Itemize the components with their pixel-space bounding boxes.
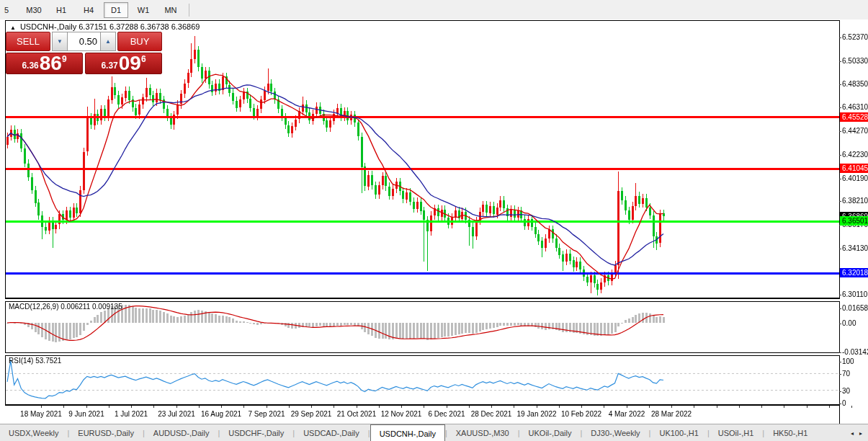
volume-decrease-icon[interactable]: ▼ [52, 32, 68, 51]
chart-collapse-icon[interactable]: ▲ [10, 24, 16, 31]
price-tick-mark [839, 61, 841, 62]
timeframe-button-mn[interactable]: MN [158, 2, 183, 18]
price-tick-label: 6.50330 [842, 57, 868, 66]
bid-price-sup: 9 [62, 54, 67, 64]
chart-ohlc-values: 6.37151 6.37288 6.36738 6.36869 [79, 22, 200, 31]
bid-price-prefix: 6.36 [22, 61, 38, 71]
timeframe-toolbar: 5M30H1H4D1W1MN [0, 0, 868, 20]
date-tick-mark [604, 406, 604, 408]
date-tick-mark [221, 406, 222, 408]
tab-audusd-daily[interactable]: AUDUSD-,Daily [145, 424, 218, 441]
tab-ukoil-daily[interactable]: UKOil-,Daily [520, 424, 581, 441]
date-tick-mark [447, 406, 447, 408]
price-tick-mark [839, 308, 841, 309]
chart-title: ▲USDCNH-,Daily 6.37151 6.37288 6.36738 6… [10, 22, 200, 31]
tab-usoil-h1[interactable]: USOil-,H1 [710, 424, 763, 441]
timeframe-button-d1[interactable]: D1 [104, 2, 128, 18]
rsi-indicator-label: RSI(14) 53.7521 [9, 357, 61, 365]
date-label: 21 Oct 2021 [337, 410, 376, 418]
date-tick-mark [289, 406, 290, 408]
price-tick-mark [839, 37, 841, 38]
price-tick-label: 6.48350 [842, 80, 868, 89]
price-tick-label: 6.46310 [842, 103, 868, 112]
price-tick-mark [839, 374, 841, 375]
date-label: 16 Aug 2021 [201, 410, 241, 418]
date-tick-mark [514, 406, 514, 408]
price-tick-mark [839, 107, 841, 108]
date-label: 4 Mar 2022 [609, 410, 645, 418]
date-tick-mark [581, 406, 582, 408]
toolbar-separator [189, 4, 189, 17]
price-tick-label: 6.44270 [842, 127, 868, 135]
macd-indicator-label: MACD(12,26,9) 0.006211 0.009135 [9, 303, 122, 311]
price-tick-label: 0.00 [842, 319, 856, 328]
date-label: 9 Jun 2021 [68, 410, 104, 418]
date-label: 6 Dec 2021 [428, 410, 465, 418]
buy-button[interactable]: BUY [117, 32, 162, 51]
timeframe-button-h4[interactable]: H4 [76, 2, 101, 18]
date-tick-mark [717, 406, 717, 408]
price-tick-label: 6.30110 [842, 290, 867, 299]
ask-price-prefix: 6.37 [101, 61, 117, 71]
date-tick-mark [851, 406, 852, 408]
price-tick-mark [839, 295, 841, 295]
tab-scroll-right-icon[interactable]: ▸ [856, 430, 865, 437]
date-label: 12 Nov 2021 [381, 410, 422, 418]
date-tick-mark [739, 406, 740, 408]
ask-price-big: 09 [119, 54, 141, 73]
date-tick-mark [469, 406, 470, 408]
date-axis: 18 May 20219 Jun 20211 Jul 202123 Jul 20… [5, 405, 840, 424]
bid-price-panel[interactable]: 6.36 86 9 [6, 53, 83, 74]
tab-usdx-weekly[interactable]: USDX,Weekly [0, 424, 67, 441]
tab-usdcad-daily[interactable]: USDCAD-,Daily [295, 424, 368, 441]
timeframe-button-h1[interactable]: H1 [49, 2, 73, 18]
price-tick-mark [839, 391, 841, 392]
sell-button[interactable]: SELL [6, 32, 50, 51]
tab-eurusd-daily[interactable]: EURUSD-,Daily [69, 424, 143, 441]
tab-uk100-h1[interactable]: UK100-,H1 [650, 424, 707, 441]
date-label: 18 May 2021 [20, 410, 62, 418]
price-tick-label: 6.52370 [842, 33, 868, 42]
timeframe-button-w1[interactable]: W1 [131, 2, 156, 18]
date-tick-mark [694, 406, 694, 408]
date-tick-mark [153, 406, 154, 408]
date-tick-mark [41, 406, 42, 408]
ask-price-sup: 6 [141, 54, 146, 64]
price-tick-mark [839, 249, 841, 249]
tab-usdcnh-daily[interactable]: USDCNH-,Daily [370, 424, 445, 441]
price-tick-label: 100 [842, 357, 854, 366]
date-tick-mark [401, 406, 402, 408]
timeframe-button-m30[interactable]: M30 [22, 2, 46, 18]
date-tick-mark [311, 406, 312, 408]
date-label: 28 Mar 2022 [651, 410, 692, 418]
volume-input[interactable] [68, 32, 100, 51]
price-tick-label: 6.34130 [842, 244, 868, 253]
date-tick-mark [243, 406, 244, 408]
tab-scroll-arrows: ◂▸ [848, 424, 868, 441]
date-tick-mark [357, 406, 357, 408]
date-tick-mark [559, 406, 560, 408]
chart-window: ▲USDCNH-,Daily 6.37151 6.37288 6.36738 6… [0, 19, 868, 424]
one-click-trading-panel: SELL ▼ ▲ BUY 6.36 86 9 6.37 09 6 [6, 32, 162, 74]
tab-dj30-weekly[interactable]: DJ30-,Weekly [582, 424, 648, 441]
tab-hk50-h1[interactable]: HK50-,H1 [764, 424, 816, 441]
tab-scroll-left-icon[interactable]: ◂ [848, 430, 856, 437]
date-tick-mark [176, 406, 177, 408]
price-tick-mark [839, 352, 841, 353]
price-line-label: 6.32018 [840, 268, 868, 277]
date-tick-mark [424, 406, 424, 408]
price-line-label: 6.41045 [840, 164, 868, 173]
price-line-label: 6.36501 [840, 216, 868, 226]
price-tick-mark [839, 362, 841, 362]
price-tick-mark [839, 201, 841, 202]
tab-xauusd-m30[interactable]: XAUUSD-,M30 [447, 424, 518, 441]
date-tick-mark [491, 406, 492, 408]
ask-price-panel[interactable]: 6.37 09 6 [85, 53, 162, 74]
macd-canvas[interactable] [5, 301, 840, 353]
timeframe-button-5[interactable]: 5 [0, 2, 19, 18]
price-tick-label: 0 [842, 399, 846, 408]
volume-increase-icon[interactable]: ▲ [100, 32, 116, 51]
bid-price-big: 86 [40, 54, 62, 73]
rsi-canvas[interactable] [5, 355, 840, 405]
tab-usdchf-daily[interactable]: USDCHF-,Daily [220, 424, 292, 441]
